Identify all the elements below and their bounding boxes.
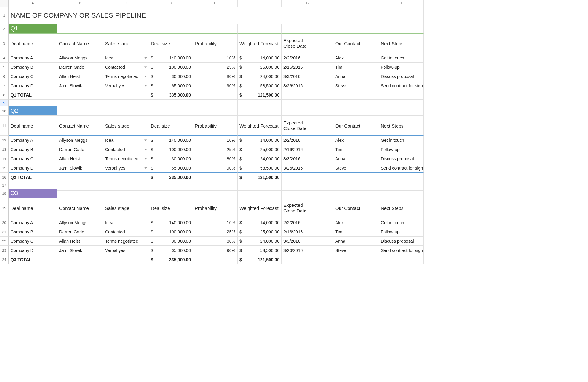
sales-stage-dropdown[interactable]: Verbal yes xyxy=(103,81,149,90)
deal-name-cell[interactable]: Company D xyxy=(9,246,57,255)
deal-name-cell[interactable]: Company A xyxy=(9,218,57,227)
column-header-q1-8[interactable]: Next Steps xyxy=(379,33,424,53)
close-date-cell[interactable]: 2/2/2016 xyxy=(282,53,333,63)
next-steps-cell[interactable]: Get in touch xyxy=(379,53,424,63)
probability-cell[interactable]: 25% xyxy=(193,227,238,237)
column-header-q3-2[interactable]: Sales stage xyxy=(103,198,149,218)
empty-cell[interactable] xyxy=(282,90,333,100)
empty-cell[interactable] xyxy=(149,106,193,116)
empty-cell[interactable] xyxy=(103,106,149,116)
empty-cell[interactable] xyxy=(333,90,379,100)
empty-cell[interactable] xyxy=(379,106,424,116)
next-steps-cell[interactable]: Discuss proposal xyxy=(379,154,424,163)
col-header-A[interactable]: A xyxy=(9,0,57,7)
our-contact-cell[interactable]: Steve xyxy=(333,163,379,173)
probability-cell[interactable]: 90% xyxy=(193,81,238,90)
row-header-11[interactable]: 11 xyxy=(0,116,9,136)
money-cell[interactable]: $30,000.00 xyxy=(149,72,193,81)
money-cell[interactable]: $25,000.00 xyxy=(238,227,282,237)
row-header-6[interactable]: 6 xyxy=(0,72,9,81)
money-cell[interactable]: $24,000.00 xyxy=(238,154,282,163)
row-header-13[interactable]: 13 xyxy=(0,145,9,154)
row-header-7[interactable]: 7 xyxy=(0,81,9,90)
our-contact-cell[interactable]: Tim xyxy=(333,63,379,72)
empty-cell[interactable] xyxy=(282,189,333,198)
money-cell[interactable]: $65,000.00 xyxy=(149,246,193,255)
our-contact-cell[interactable]: Tim xyxy=(333,145,379,154)
next-steps-cell[interactable]: Follow-up xyxy=(379,63,424,72)
row-header-9[interactable]: 9 xyxy=(0,100,9,106)
close-date-cell[interactable]: 3/3/2016 xyxy=(282,72,333,81)
close-date-cell[interactable]: 2/2/2016 xyxy=(282,136,333,145)
row-header-15[interactable]: 15 xyxy=(0,163,9,173)
empty-cell[interactable] xyxy=(238,106,282,116)
empty-cell[interactable] xyxy=(193,24,238,33)
probability-cell[interactable]: 10% xyxy=(193,53,238,63)
row-header-10[interactable]: 10 xyxy=(0,106,9,116)
empty-cell[interactable] xyxy=(57,106,103,116)
quarter-band-q3[interactable]: Q3 xyxy=(9,189,57,198)
row-header-23[interactable]: 23 xyxy=(0,246,9,255)
contact-name-cell[interactable]: Jami Slowik xyxy=(57,163,103,173)
row-header-22[interactable]: 22 xyxy=(0,237,9,246)
money-cell[interactable]: $14,000.00 xyxy=(238,136,282,145)
column-header-q3-8[interactable]: Next Steps xyxy=(379,198,424,218)
contact-name-cell[interactable]: Jami Slowik xyxy=(57,246,103,255)
quarter-total-label[interactable]: Q3 TOTAL xyxy=(9,255,57,264)
close-date-cell[interactable]: 2/16/2016 xyxy=(282,227,333,237)
next-steps-cell[interactable]: Send contract for signing xyxy=(379,246,424,255)
probability-cell[interactable]: 90% xyxy=(193,246,238,255)
probability-cell[interactable]: 10% xyxy=(193,218,238,227)
empty-cell[interactable] xyxy=(57,255,103,264)
probability-cell[interactable]: 80% xyxy=(193,72,238,81)
money-cell[interactable]: $121,500.00 xyxy=(238,255,282,264)
probability-cell[interactable]: 25% xyxy=(193,145,238,154)
empty-cell[interactable] xyxy=(193,90,238,100)
empty-cell[interactable] xyxy=(333,24,379,33)
contact-name-cell[interactable]: Allan Heist xyxy=(57,154,103,163)
empty-cell[interactable] xyxy=(379,189,424,198)
col-header-C[interactable]: C xyxy=(103,0,149,7)
sales-stage-dropdown[interactable]: Idea xyxy=(103,53,149,63)
sales-stage-dropdown[interactable]: Idea xyxy=(103,136,149,145)
next-steps-cell[interactable]: Follow-up xyxy=(379,227,424,237)
next-steps-cell[interactable]: Get in touch xyxy=(379,136,424,145)
next-steps-cell[interactable]: Send contract for signing xyxy=(379,163,424,173)
money-cell[interactable]: $24,000.00 xyxy=(238,72,282,81)
row-header-1[interactable]: 1 xyxy=(0,7,9,24)
our-contact-cell[interactable]: Alex xyxy=(333,136,379,145)
empty-cell[interactable] xyxy=(103,173,149,182)
empty-cell[interactable] xyxy=(103,90,149,100)
empty-cell[interactable] xyxy=(282,173,333,182)
sales-stage-dropdown[interactable]: Contacted xyxy=(103,227,149,237)
our-contact-cell[interactable]: Steve xyxy=(333,246,379,255)
money-cell[interactable]: $30,000.00 xyxy=(149,154,193,163)
empty-cell[interactable] xyxy=(57,189,103,198)
sales-stage-dropdown[interactable]: Idea xyxy=(103,218,149,227)
column-header-q3-6[interactable]: Expected Close Date xyxy=(282,198,333,218)
money-cell[interactable]: $30,000.00 xyxy=(149,237,193,246)
probability-cell[interactable]: 80% xyxy=(193,154,238,163)
contact-name-cell[interactable]: Allan Heist xyxy=(57,237,103,246)
spreadsheet-grid[interactable]: A B C D E F G H I 1NAME OF COMPANY OR SA… xyxy=(0,0,588,264)
empty-cell[interactable] xyxy=(282,255,333,264)
row-header-5[interactable]: 5 xyxy=(0,63,9,72)
sales-stage-dropdown[interactable]: Contacted xyxy=(103,63,149,72)
empty-cell[interactable] xyxy=(57,90,103,100)
sales-stage-dropdown[interactable]: Terms negotiated xyxy=(103,72,149,81)
empty-cell[interactable] xyxy=(333,255,379,264)
quarter-band-q2[interactable]: Q2 xyxy=(9,106,57,116)
column-header-q2-6[interactable]: Expected Close Date xyxy=(282,116,333,136)
column-header-q3-7[interactable]: Our Contact xyxy=(333,198,379,218)
close-date-cell[interactable]: 3/26/2016 xyxy=(282,81,333,90)
deal-name-cell[interactable]: Company C xyxy=(9,237,57,246)
close-date-cell[interactable]: 2/16/2016 xyxy=(282,145,333,154)
column-header-q1-0[interactable]: Deal name xyxy=(9,33,57,53)
col-header-F[interactable]: F xyxy=(238,0,282,7)
contact-name-cell[interactable]: Allyson Meggs xyxy=(57,136,103,145)
empty-cell[interactable] xyxy=(379,173,424,182)
contact-name-cell[interactable]: Allyson Meggs xyxy=(57,218,103,227)
column-header-q1-3[interactable]: Deal size xyxy=(149,33,193,53)
empty-cell[interactable] xyxy=(149,189,193,198)
column-header-q3-5[interactable]: Weighted Forecast xyxy=(238,198,282,218)
